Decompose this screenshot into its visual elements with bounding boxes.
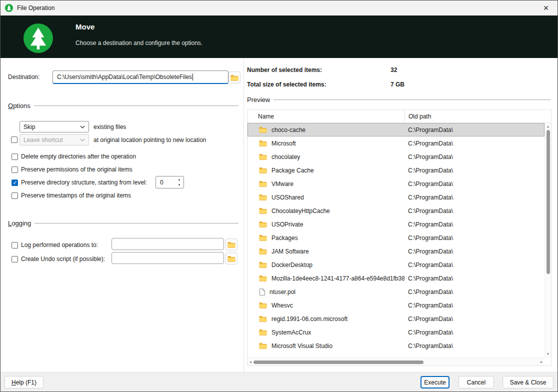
table-row[interactable]: SystemAcCruxC:\ProgramData\	[248, 326, 544, 339]
existing-files-dropdown[interactable]: Skip	[20, 121, 89, 132]
leave-shortcut-label: at original location pointing to new loc…	[94, 136, 206, 144]
vertical-scrollbar[interactable]: ▲ ▼	[544, 123, 551, 358]
old-path-cell: C:\ProgramData\	[404, 275, 544, 282]
old-path-cell: C:\ProgramData\	[404, 302, 544, 309]
spinner-down-button[interactable]: ▼	[175, 182, 184, 188]
preview-table-body: choco-cacheC:\ProgramData\MicrosoftC:\Pr…	[248, 123, 544, 358]
table-row[interactable]: choco-cacheC:\ProgramData\	[248, 123, 544, 136]
footer-bar: Help (F1) Execute Cancel Save & Close	[0, 372, 558, 392]
preserve-permissions-checkbox[interactable]	[12, 166, 18, 173]
scroll-down-icon[interactable]: ▼	[546, 352, 550, 356]
item-name: Mozilla-1de4eec8-1241-4177-a864-e594e8d1…	[272, 275, 404, 282]
spinner-up-button[interactable]: ▲	[175, 176, 184, 182]
preserve-structure-checkbox[interactable]	[12, 180, 18, 186]
table-row[interactable]: regid.1991-06.com.microsoftC:\ProgramDat…	[248, 312, 544, 326]
preserve-timestamps-option[interactable]: Preserve timestamps of the original item…	[12, 192, 131, 200]
log-operations-checkbox[interactable]	[12, 242, 18, 248]
folder-icon	[259, 140, 267, 146]
total-size-value: 7 GB	[390, 81, 404, 88]
section-rule	[34, 223, 238, 224]
item-name: chocolatey	[272, 154, 300, 160]
column-header-name[interactable]: Name	[248, 110, 404, 122]
log-operations-label: Log performed operations to:	[21, 242, 98, 248]
log-browse-button[interactable]	[226, 238, 238, 250]
table-row[interactable]: Package CacheC:\ProgramData\	[248, 164, 544, 177]
table-row[interactable]: ChocolateyHttpCacheC:\ProgramData\	[248, 204, 544, 218]
total-size-label: Total size of selected items:	[247, 81, 326, 88]
old-path-cell: C:\ProgramData\	[404, 248, 544, 255]
titlebar[interactable]: File Operation ×	[0, 0, 558, 16]
options-section-header: Options	[8, 102, 238, 110]
scroll-left-icon[interactable]: ◄	[249, 360, 252, 364]
table-row[interactable]: ntuser.polC:\ProgramData\	[248, 285, 544, 298]
operation-title: Move	[76, 22, 94, 31]
old-path-cell: C:\ProgramData\	[404, 154, 544, 160]
table-row[interactable]: DockerDesktopC:\ProgramData\	[248, 258, 544, 272]
log-operations-option[interactable]: Log performed operations to:	[12, 241, 98, 249]
vertical-scrollbar-thumb[interactable]	[546, 130, 550, 274]
table-row[interactable]: VMwareC:\ProgramData\	[248, 177, 544, 190]
preserve-structure-option[interactable]: Preserve directory structure, starting f…	[12, 178, 147, 186]
old-path-cell: C:\ProgramData\	[404, 234, 544, 242]
table-row[interactable]: MicrosoftC:\ProgramData\	[248, 136, 544, 150]
table-row[interactable]: USOPrivateC:\ProgramData\	[248, 218, 544, 231]
execute-button[interactable]: Execute	[420, 376, 450, 388]
options-panel: Destination: C:\Users\smith\AppData\Loca…	[0, 58, 244, 372]
dropdown-value: Leave shortcut	[24, 136, 63, 144]
folder-icon	[228, 242, 236, 248]
cancel-button[interactable]: Cancel	[458, 376, 494, 388]
table-row[interactable]: chocolateyC:\ProgramData\	[248, 150, 544, 164]
undo-script-input[interactable]	[112, 252, 224, 264]
table-row[interactable]: USOSharedC:\ProgramData\	[248, 190, 544, 204]
dialog-content: Destination: C:\Users\smith\AppData\Loca…	[0, 58, 558, 372]
table-row[interactable]: PackagesC:\ProgramData\	[248, 231, 544, 244]
horizontal-scrollbar[interactable]: ◄ ►	[248, 358, 544, 366]
item-name: Packages	[272, 234, 298, 242]
help-button[interactable]: Help (F1)	[4, 376, 44, 388]
leave-shortcut-checkbox[interactable]	[11, 136, 18, 143]
undo-browse-button[interactable]	[226, 252, 238, 264]
undo-script-option[interactable]: Create Undo script (if possible):	[12, 255, 105, 263]
folder-icon	[228, 256, 236, 262]
old-path-cell: C:\ProgramData\	[404, 262, 544, 268]
destination-input[interactable]: C:\Users\smith\AppData\Local\Temp\Obsole…	[52, 70, 228, 84]
preserve-permissions-option[interactable]: Preserve permissions of the original ite…	[12, 166, 132, 174]
item-name: SystemAcCrux	[272, 329, 311, 336]
table-row[interactable]: WhesvcC:\ProgramData\	[248, 298, 544, 312]
file-icon	[259, 288, 265, 296]
table-row[interactable]: JAM SoftwareC:\ProgramData\	[248, 244, 544, 258]
log-file-input[interactable]	[112, 238, 224, 250]
folder-icon	[259, 342, 267, 349]
old-path-cell: C:\ProgramData\	[404, 342, 544, 350]
folder-icon	[259, 275, 267, 282]
save-close-button-label: Save & Close	[510, 379, 546, 386]
leave-shortcut-dropdown[interactable]: Leave shortcut	[20, 134, 89, 146]
chevron-down-icon	[80, 138, 85, 142]
scroll-up-icon[interactable]: ▲	[546, 125, 550, 128]
save-close-button[interactable]: Save & Close	[502, 376, 554, 388]
horizontal-scrollbar-thumb[interactable]	[254, 360, 424, 364]
scroll-right-icon[interactable]: ►	[540, 360, 543, 364]
undo-script-checkbox[interactable]	[12, 256, 18, 262]
delete-empty-option[interactable]: Delete empty directories after the opera…	[12, 152, 136, 160]
name-cell: regid.1991-06.com.microsoft	[248, 316, 404, 322]
delete-empty-checkbox[interactable]	[12, 154, 18, 160]
close-button[interactable]: ×	[534, 0, 558, 16]
name-cell: Microsoft	[248, 140, 404, 147]
table-row[interactable]: Mozilla-1de4eec8-1241-4177-a864-e594e8d1…	[248, 272, 544, 285]
table-row[interactable]: Microsoft Visual StudioC:\ProgramData\	[248, 339, 544, 352]
structure-level-spinner[interactable]: 0 ▲ ▼	[156, 176, 184, 188]
preserve-structure-label: Preserve directory structure, starting f…	[21, 179, 147, 186]
window-title: File Operation	[17, 4, 54, 12]
logging-section-title: Logging	[8, 220, 31, 227]
preview-table: Name Old path choco-cacheC:\ProgramData\…	[247, 110, 552, 366]
leave-shortcut-option[interactable]: Leave shortcut at original location poin…	[11, 134, 206, 146]
item-name: USOShared	[272, 194, 304, 201]
treesize-logo-icon	[24, 24, 53, 53]
chevron-down-icon	[80, 126, 85, 128]
preserve-timestamps-checkbox[interactable]	[12, 192, 18, 199]
selected-items-row: Number of selected items: 32	[247, 66, 558, 74]
destination-browse-button[interactable]	[228, 72, 240, 84]
folder-icon	[259, 329, 267, 336]
column-header-old-path[interactable]: Old path	[404, 110, 551, 122]
